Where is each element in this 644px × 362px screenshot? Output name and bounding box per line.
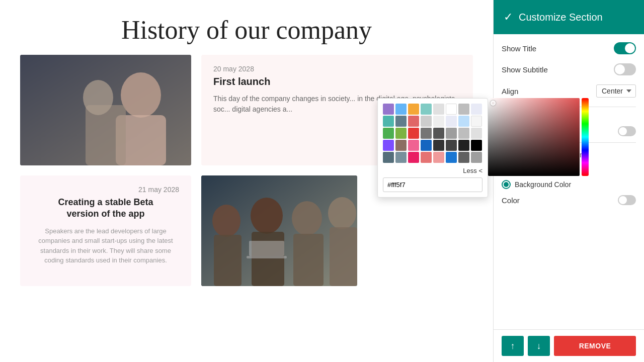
move-down-button[interactable]: ↓: [528, 336, 550, 356]
color-row: Color: [502, 195, 636, 205]
svg-point-8: [212, 205, 240, 237]
align-row: Align Center Left Right: [502, 84, 636, 98]
swatch-7[interactable]: [471, 104, 482, 115]
swatch-18[interactable]: [408, 128, 419, 139]
swatch-15[interactable]: [471, 116, 482, 127]
page-title: History of our company: [0, 0, 493, 55]
swatch-0[interactable]: [383, 104, 394, 115]
bg-color-row: Background Color: [502, 180, 636, 189]
swatch-14[interactable]: [458, 116, 469, 127]
svg-point-14: [328, 197, 356, 229]
gradient-picker-area: [488, 98, 589, 178]
card-date-1: 20 may 2028: [213, 65, 461, 73]
timeline-card-2-left: 21 may 2028 Creating a stable Betaversio…: [20, 175, 191, 286]
swatch-6[interactable]: [458, 104, 469, 115]
card-date-2: 21 may 2028: [32, 186, 179, 194]
swatch-38[interactable]: [458, 152, 469, 163]
color-label: Color: [502, 196, 520, 205]
swatch-20[interactable]: [433, 128, 444, 139]
color-picker-popup: Less <: [377, 98, 488, 198]
swatch-5[interactable]: [446, 104, 457, 115]
timeline-image-1: [20, 55, 191, 165]
swatch-2[interactable]: [408, 104, 419, 115]
gradient-cursor: [491, 101, 496, 106]
svg-rect-11: [252, 232, 284, 286]
show-title-label: Show Title: [502, 44, 536, 53]
panel-body[interactable]: Show Title Show Subtitle Align Center Le…: [494, 34, 644, 329]
color-toggle[interactable]: [618, 195, 636, 205]
swatch-9[interactable]: [395, 116, 407, 127]
panel-header: ✓ Customize Section: [494, 0, 644, 34]
swatch-23[interactable]: [471, 128, 482, 139]
right-panel: ✓ Customize Section Show Title Show Subt…: [493, 0, 644, 362]
down-arrow-icon: ↓: [537, 341, 541, 351]
less-button[interactable]: Less <: [383, 167, 482, 174]
swatch-32[interactable]: [383, 152, 394, 163]
color-swatches-grid: [383, 104, 482, 163]
panel-footer: ↑ ↓ REMOVE: [494, 329, 644, 362]
swatch-17[interactable]: [395, 128, 407, 139]
card-title-2: Creating a stable Betaversion of the app: [32, 197, 179, 220]
show-title-row: Show Title: [502, 42, 636, 54]
swatch-35[interactable]: [421, 152, 432, 163]
timeline-image-2: [201, 175, 357, 286]
svg-point-12: [292, 201, 322, 235]
swatch-31[interactable]: [471, 140, 482, 151]
image-svg-1: [20, 55, 191, 165]
right-panel-wrapper: ✓ Customize Section Show Title Show Subt…: [493, 0, 644, 362]
show-subtitle-toggle[interactable]: [614, 63, 636, 75]
align-select[interactable]: Center Left Right: [596, 84, 636, 98]
swatch-30[interactable]: [458, 140, 469, 151]
panel-title: Customize Section: [519, 12, 603, 23]
timelines-color-toggle[interactable]: [618, 126, 636, 136]
show-subtitle-row: Show Subtitle: [502, 63, 636, 75]
swatch-37[interactable]: [446, 152, 457, 163]
show-subtitle-label: Show Subtitle: [502, 65, 548, 74]
swatch-10[interactable]: [408, 116, 419, 127]
gradient-canvas[interactable]: [488, 98, 580, 176]
swatch-12[interactable]: [433, 116, 444, 127]
swatch-4[interactable]: [433, 104, 444, 115]
swatch-13[interactable]: [446, 116, 457, 127]
spectrum-bar[interactable]: [582, 98, 589, 176]
bg-color-label: Background Color: [515, 180, 571, 189]
swatch-27[interactable]: [421, 140, 432, 151]
svg-point-5: [83, 80, 113, 115]
swatch-28[interactable]: [433, 140, 444, 151]
swatch-24[interactable]: [383, 140, 394, 151]
show-title-toggle[interactable]: [614, 42, 636, 54]
swatch-1[interactable]: [395, 104, 407, 115]
swatch-22[interactable]: [458, 128, 469, 139]
check-icon: ✓: [504, 11, 513, 24]
swatch-3[interactable]: [421, 104, 432, 115]
svg-rect-4: [86, 105, 126, 165]
up-arrow-icon: ↑: [511, 341, 515, 351]
move-up-button[interactable]: ↑: [502, 336, 524, 356]
swatch-25[interactable]: [395, 140, 407, 151]
card-text-2: Speakers are the lead developers of larg…: [32, 226, 179, 265]
svg-rect-16: [247, 256, 287, 258]
swatch-16[interactable]: [383, 128, 394, 139]
swatch-26[interactable]: [408, 140, 419, 151]
swatch-29[interactable]: [446, 140, 457, 151]
swatch-39[interactable]: [471, 152, 482, 163]
svg-rect-15: [330, 227, 357, 286]
swatch-36[interactable]: [433, 152, 444, 163]
swatch-33[interactable]: [395, 152, 407, 163]
image-svg-2: [201, 175, 357, 286]
card-title-1: First launch: [213, 76, 461, 87]
svg-rect-13: [293, 234, 324, 286]
svg-point-10: [251, 198, 283, 234]
align-label: Align: [502, 87, 518, 96]
swatch-8[interactable]: [383, 116, 394, 127]
swatch-21[interactable]: [446, 128, 457, 139]
remove-button[interactable]: REMOVE: [554, 336, 636, 356]
svg-rect-9: [214, 235, 242, 286]
swatch-11[interactable]: [421, 116, 432, 127]
color-hex-input[interactable]: [383, 177, 482, 192]
swatch-34[interactable]: [408, 152, 419, 163]
bg-color-radio[interactable]: [502, 180, 511, 189]
svg-point-2: [121, 72, 161, 118]
svg-rect-17: [249, 241, 284, 256]
swatch-19[interactable]: [421, 128, 432, 139]
